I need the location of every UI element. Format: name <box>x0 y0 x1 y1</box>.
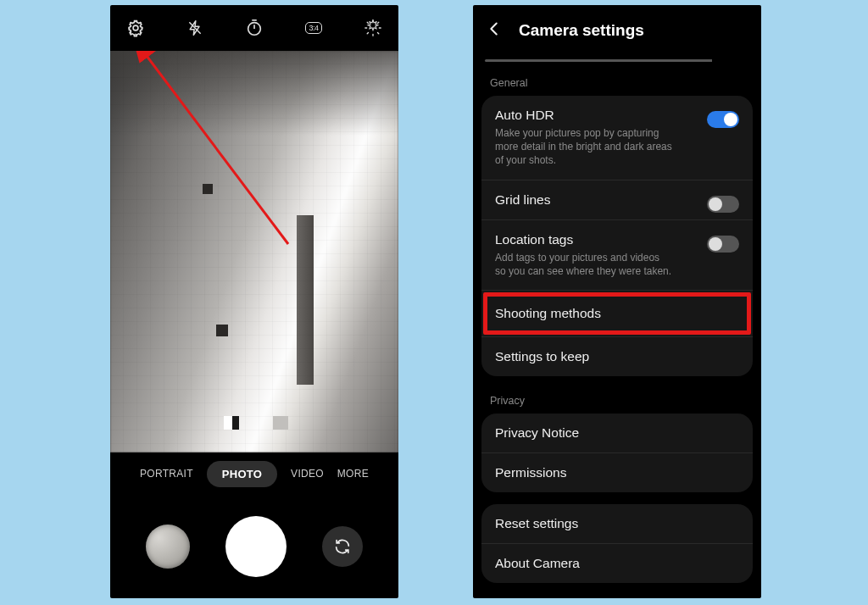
section-privacy-label: Privacy <box>481 388 753 414</box>
row-title: Reset settings <box>495 516 739 531</box>
aspect-ratio-label: 3:4 <box>305 22 321 34</box>
row-shooting-methods[interactable]: Shooting methods <box>481 290 753 336</box>
row-title: Privacy Notice <box>495 425 739 441</box>
flash-icon[interactable] <box>185 18 205 38</box>
row-title: Settings to keep <box>495 349 739 364</box>
row-title: Grid lines <box>495 192 739 208</box>
section-general-label: General <box>481 70 753 96</box>
row-grid-lines[interactable]: Grid lines <box>481 180 753 219</box>
toggle-location-tags[interactable] <box>707 236 739 253</box>
row-location-tags[interactable]: Location tags Add tags to your pictures … <box>481 219 753 290</box>
mode-more[interactable]: MORE <box>337 468 369 480</box>
page-title: Camera settings <box>519 21 644 40</box>
chevron-left-icon <box>485 19 504 38</box>
aspect-ratio-icon[interactable]: 3:4 <box>303 18 324 38</box>
camera-bottom-bar <box>110 495 398 598</box>
back-button[interactable] <box>485 19 504 42</box>
row-permissions[interactable]: Permissions <box>481 452 753 492</box>
row-title: Shooting methods <box>495 306 739 321</box>
privacy-card: Privacy Notice Permissions <box>481 414 753 492</box>
system-card: Reset settings About Camera <box>481 504 753 583</box>
toggle-auto-hdr[interactable] <box>707 111 739 128</box>
scrollbar-indicator <box>485 59 749 62</box>
switch-camera-button[interactable] <box>322 526 363 567</box>
effects-icon[interactable] <box>363 18 383 38</box>
mode-video[interactable]: VIDEO <box>291 468 324 480</box>
row-title: Auto HDR <box>495 108 739 123</box>
shutter-button[interactable] <box>225 516 287 577</box>
row-settings-to-keep[interactable]: Settings to keep <box>481 336 753 376</box>
gear-icon[interactable] <box>125 18 146 38</box>
row-title: Location tags <box>495 232 739 247</box>
camera-app-screen: 3:4 <box>110 5 398 598</box>
switch-camera-icon <box>333 537 352 556</box>
svg-point-0 <box>133 25 138 31</box>
settings-list[interactable]: General Auto HDR Make your pictures pop … <box>473 56 761 598</box>
toggle-grid-lines[interactable] <box>707 196 739 213</box>
camera-top-toolbar: 3:4 <box>110 5 398 51</box>
row-title: About Camera <box>495 556 739 571</box>
settings-header: Camera settings <box>473 5 761 56</box>
mode-selector: PORTRAIT PHOTO VIDEO MORE <box>110 452 398 495</box>
row-auto-hdr[interactable]: Auto HDR Make your pictures pop by captu… <box>481 96 753 180</box>
row-reset-settings[interactable]: Reset settings <box>481 504 753 543</box>
camera-settings-screen: Camera settings General Auto HDR Make yo… <box>473 5 761 598</box>
general-card: Auto HDR Make your pictures pop by captu… <box>481 96 753 376</box>
row-title: Permissions <box>495 465 739 480</box>
row-desc: Add tags to your pictures and videos so … <box>495 251 673 278</box>
viewfinder[interactable] <box>110 51 398 452</box>
gallery-thumbnail[interactable] <box>146 525 190 569</box>
row-desc: Make your pictures pop by capturing more… <box>495 126 673 168</box>
mode-photo[interactable]: PHOTO <box>207 461 278 487</box>
svg-point-2 <box>248 23 261 36</box>
mode-portrait[interactable]: PORTRAIT <box>140 468 193 480</box>
row-about-camera[interactable]: About Camera <box>481 543 753 583</box>
timer-icon[interactable] <box>244 18 264 38</box>
row-privacy-notice[interactable]: Privacy Notice <box>481 414 753 452</box>
